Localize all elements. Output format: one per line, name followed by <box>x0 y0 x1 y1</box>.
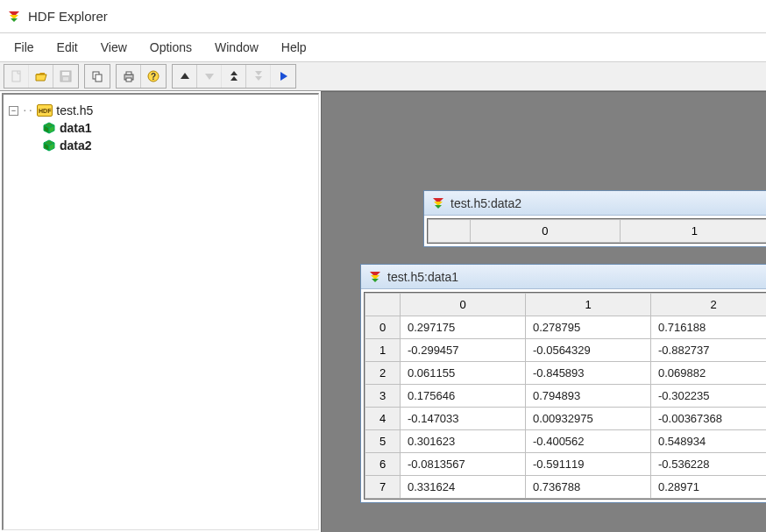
row-header[interactable]: 3 <box>365 385 401 408</box>
col-header[interactable]: 0 <box>471 220 621 243</box>
hdf-logo-icon <box>431 196 445 210</box>
double-up-button[interactable] <box>222 65 246 88</box>
svg-rect-5 <box>62 72 69 75</box>
data-grid[interactable]: 0 1 <box>427 218 766 244</box>
copy-button[interactable] <box>85 65 110 88</box>
col-header[interactable]: 1 <box>620 220 766 243</box>
content-area: − ·· HDF test.h5 data1 data2 test.h5:dat… <box>0 91 766 532</box>
data-grid[interactable]: 0 1 2 00.2971750.2787950.7161881-0.29945… <box>364 292 766 500</box>
cell[interactable]: 0.301623 <box>401 430 526 453</box>
cell[interactable]: 0.297175 <box>401 316 526 339</box>
col-header[interactable]: 0 <box>401 294 526 316</box>
up-button[interactable] <box>173 65 197 88</box>
svg-marker-16 <box>231 71 238 75</box>
svg-marker-29 <box>435 205 442 209</box>
cell[interactable]: -0.882737 <box>651 339 767 362</box>
grid-corner <box>365 294 401 316</box>
table-row[interactable]: 20.061155-0.8458930.069882 <box>365 362 767 385</box>
titlebar: HDF Explorer <box>0 0 766 33</box>
table-row[interactable]: 70.3316240.7367880.28971 <box>365 476 767 499</box>
menu-view[interactable]: View <box>90 37 138 58</box>
menu-edit[interactable]: Edit <box>46 37 89 58</box>
play-button[interactable] <box>271 65 295 88</box>
dataset-label: data2 <box>60 138 92 153</box>
mdi-area: test.h5:data2 0 1 <box>321 91 766 532</box>
row-header[interactable]: 5 <box>365 430 401 453</box>
cell[interactable]: -0.0813567 <box>401 453 526 476</box>
new-button[interactable] <box>4 65 29 88</box>
child-window-title: test.h5:data2 <box>450 196 521 210</box>
child-window-title: test.h5:data1 <box>387 270 458 284</box>
cell[interactable]: -0.400562 <box>526 430 651 453</box>
cell[interactable]: 0.794893 <box>526 385 651 408</box>
row-header[interactable]: 0 <box>365 316 401 339</box>
table-row[interactable]: 4-0.1470330.00932975-0.00367368 <box>365 408 767 430</box>
tree-dataset-node[interactable]: data1 <box>9 119 313 137</box>
svg-rect-10 <box>126 72 131 74</box>
table-row[interactable]: 1-0.299457-0.0564329-0.882737 <box>365 339 767 362</box>
table-row[interactable]: 6-0.0813567-0.591119-0.536228 <box>365 453 767 476</box>
tree-file-node[interactable]: − ·· HDF test.h5 <box>9 102 313 119</box>
child-titlebar[interactable]: test.h5:data1 <box>361 265 766 289</box>
child-titlebar[interactable]: test.h5:data2 <box>424 191 766 216</box>
row-header[interactable]: 4 <box>365 408 401 430</box>
dataset-cube-icon <box>42 138 56 153</box>
cell[interactable]: -0.536228 <box>651 453 767 476</box>
cell[interactable]: 0.736788 <box>526 476 651 499</box>
svg-marker-17 <box>231 76 238 81</box>
down-button[interactable] <box>197 65 222 88</box>
cell[interactable]: 0.069882 <box>651 362 767 385</box>
hdf-logo-icon <box>368 270 382 284</box>
cell[interactable]: 0.278795 <box>526 316 651 339</box>
print-button[interactable] <box>117 65 141 88</box>
row-header[interactable]: 6 <box>365 453 401 476</box>
menu-options[interactable]: Options <box>139 37 202 58</box>
svg-rect-8 <box>96 74 102 82</box>
row-header[interactable]: 7 <box>365 476 401 499</box>
tree-pane: − ·· HDF test.h5 data1 data2 <box>2 93 319 530</box>
col-header[interactable]: 2 <box>651 294 767 316</box>
row-header[interactable]: 1 <box>365 339 401 362</box>
cell[interactable]: 0.175646 <box>401 385 526 408</box>
menu-file[interactable]: File <box>4 37 45 58</box>
cell[interactable]: 0.331624 <box>401 476 526 499</box>
svg-rect-6 <box>63 77 68 81</box>
row-header[interactable]: 2 <box>365 362 401 385</box>
data-window-data2[interactable]: test.h5:data2 0 1 <box>423 190 766 247</box>
cell[interactable]: 0.548934 <box>651 430 767 453</box>
svg-text:?: ? <box>151 72 156 82</box>
svg-rect-11 <box>126 78 131 82</box>
help-button[interactable]: ? <box>141 65 166 88</box>
tree-dataset-node[interactable]: data2 <box>9 137 313 154</box>
open-button[interactable] <box>29 65 53 88</box>
save-button[interactable] <box>53 65 78 88</box>
svg-marker-18 <box>255 71 262 75</box>
menu-help[interactable]: Help <box>271 37 317 58</box>
cell[interactable]: -0.299457 <box>401 339 526 362</box>
cell[interactable]: -0.845893 <box>526 362 651 385</box>
svg-marker-2 <box>11 18 18 22</box>
table-row[interactable]: 30.1756460.794893-0.302235 <box>365 385 767 408</box>
menu-window[interactable]: Window <box>204 37 269 58</box>
table-row[interactable]: 00.2971750.2787950.716188 <box>365 316 767 339</box>
dataset-label: data1 <box>60 121 92 135</box>
double-down-button[interactable] <box>246 65 271 88</box>
data-window-data1[interactable]: test.h5:data1 0 1 2 00.2971750.2787950.7… <box>360 264 766 503</box>
cell[interactable]: -0.302235 <box>651 385 767 408</box>
hdf-file-icon: HDF <box>37 104 53 117</box>
svg-marker-15 <box>205 74 214 80</box>
cell[interactable]: 0.28971 <box>651 476 767 499</box>
cell[interactable]: -0.00367368 <box>651 408 767 430</box>
cell[interactable]: 0.716188 <box>651 316 767 339</box>
table-row[interactable]: 50.301623-0.4005620.548934 <box>365 430 767 453</box>
col-header[interactable]: 1 <box>526 294 651 316</box>
cell[interactable]: -0.591119 <box>526 453 651 476</box>
dataset-cube-icon <box>42 121 56 135</box>
collapse-icon[interactable]: − <box>9 106 18 116</box>
svg-marker-19 <box>255 76 262 81</box>
cell[interactable]: -0.147033 <box>401 408 526 430</box>
tree-connector: ·· <box>22 105 33 117</box>
cell[interactable]: 0.061155 <box>401 362 526 385</box>
cell[interactable]: -0.0564329 <box>526 339 651 362</box>
cell[interactable]: 0.00932975 <box>526 408 651 430</box>
